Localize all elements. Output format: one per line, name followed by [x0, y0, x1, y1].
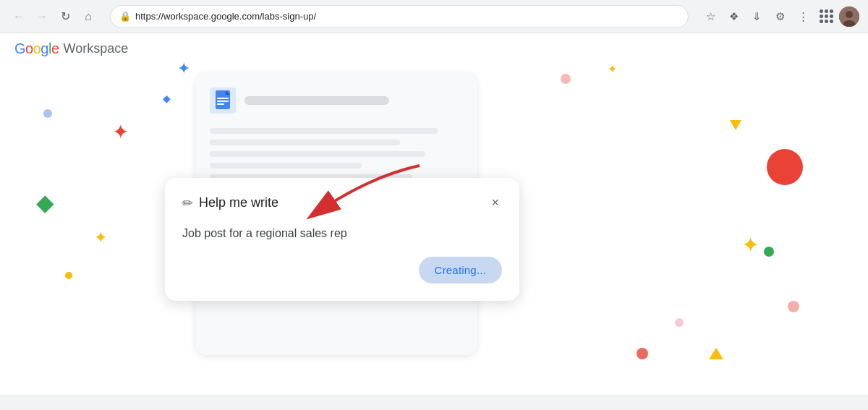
pencil-icon: ✏	[182, 195, 193, 211]
bookmarks-button[interactable]: ☆	[700, 7, 720, 27]
deco-yellow-star: ✦	[94, 229, 107, 247]
apps-grid-icon	[820, 9, 833, 23]
url-text: https://workspace.google.com/labs-sign-u…	[135, 11, 679, 22]
prompt-text: Job post for a regional sales rep	[182, 225, 502, 242]
dialog-title-row: ✏ Help me write	[182, 195, 278, 211]
refresh-button[interactable]: ↻	[55, 7, 75, 27]
deco-yellow-dot	[65, 272, 72, 279]
svg-rect-6	[217, 101, 229, 102]
deco-green-diamond: ◆	[36, 189, 54, 216]
svg-rect-5	[217, 98, 229, 99]
svg-rect-7	[217, 103, 224, 105]
svg-point-1	[846, 11, 853, 18]
help-me-write-dialog: ✏ Help me write × Job post for a regiona…	[165, 178, 519, 301]
deco-triangle-right	[730, 120, 741, 130]
docs-icon	[210, 87, 236, 114]
security-icon: 🔒	[119, 11, 131, 22]
deco-yellow-star-right: ✦	[741, 232, 760, 257]
deco-red-star: ✦	[112, 120, 129, 144]
more-button[interactable]: ⋮	[793, 7, 813, 27]
deco-pink-dot-right	[788, 301, 799, 312]
deco-yellow-star-top: ✦	[608, 62, 617, 76]
avatar[interactable]	[839, 7, 859, 27]
deco-orange-triangle	[709, 348, 723, 359]
doc-title-bar	[244, 96, 389, 105]
avatar-image	[839, 7, 859, 27]
gw-header: Google Workspace	[14, 40, 128, 57]
doc-header	[210, 87, 463, 114]
extensions-button[interactable]: ⚙	[770, 7, 790, 27]
deco-blue-star-top: ✦	[177, 59, 190, 78]
close-button[interactable]: ×	[488, 192, 502, 213]
address-bar[interactable]: 🔒 https://workspace.google.com/labs-sign…	[110, 5, 689, 28]
deco-green-dot	[764, 247, 774, 257]
status-bar	[0, 396, 868, 410]
deco-blue-dot	[43, 109, 52, 118]
forward-button[interactable]: →	[32, 7, 52, 27]
deco-red-dot-bottom	[637, 348, 648, 359]
creating-button[interactable]: Creating...	[419, 257, 502, 283]
deco-red-circle	[767, 149, 803, 185]
pocket-button[interactable]: ❖	[723, 7, 744, 27]
toolbar-right: ☆ ❖ ⇓ ⚙ ⋮	[700, 7, 859, 27]
deco-pink-dot-top	[561, 74, 571, 84]
dialog-footer: Creating...	[182, 257, 502, 283]
home-button[interactable]: ⌂	[78, 7, 98, 27]
dialog-title: Help me write	[199, 195, 278, 210]
google-logo: Google	[14, 40, 59, 57]
deco-blue-small: ◆	[163, 93, 171, 104]
main-content: Google Workspace ✦ ✦ ◆ ✦ ◆ ✦ ✦	[0, 33, 868, 396]
download-button[interactable]: ⇓	[746, 7, 767, 27]
deco-pink-small	[675, 318, 684, 327]
workspace-label: Workspace	[64, 41, 129, 56]
apps-grid-button[interactable]	[816, 7, 836, 27]
browser-toolbar: ← → ↻ ⌂ 🔒 https://workspace.google.com/l…	[0, 0, 868, 33]
nav-buttons: ← → ↻ ⌂	[9, 7, 98, 27]
back-button[interactable]: ←	[9, 7, 29, 27]
dialog-header: ✏ Help me write ×	[182, 192, 502, 213]
